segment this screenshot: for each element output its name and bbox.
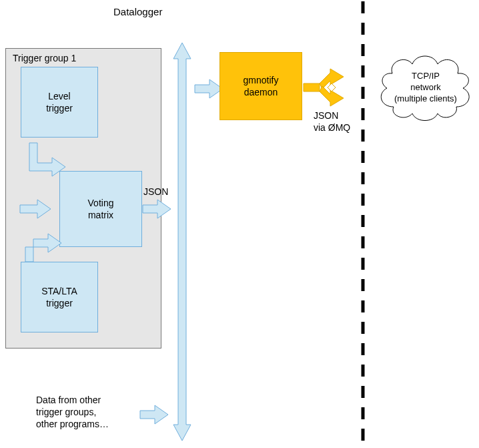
arrow-voting-to-bus-icon <box>143 198 175 221</box>
arrow-into-voting-icon <box>20 198 57 221</box>
trigger-group-title: Trigger group 1 <box>13 53 76 63</box>
level-trigger-box: Level trigger <box>21 67 98 138</box>
network-cloud-label: TCP/IP network (multiple clients) <box>379 71 472 105</box>
stalta-trigger-label: STA/LTA trigger <box>41 285 77 309</box>
json-zmq-label: JSON via ØMQ <box>314 109 350 134</box>
page-title: Datalogger <box>113 5 162 19</box>
arrow-level-to-voting-icon <box>27 140 63 184</box>
arrow-other-to-bus-icon <box>140 404 172 427</box>
voting-matrix-box: Voting matrix <box>59 171 142 247</box>
gmnotify-daemon-label: gmnotify daemon <box>244 74 279 98</box>
fork-arrow-icon <box>304 69 349 107</box>
arrow-stalta-to-voting-icon <box>27 227 63 267</box>
boundary-dashed-line-icon <box>360 1 366 446</box>
vertical-bus-arrow-icon <box>172 43 192 441</box>
stalta-trigger-box: STA/LTA trigger <box>21 262 98 332</box>
other-data-label: Data from other trigger groups, other pr… <box>36 394 109 431</box>
json-label: JSON <box>143 186 168 198</box>
level-trigger-label: Level trigger <box>46 90 73 114</box>
gmnotify-daemon-box: gmnotify daemon <box>219 52 302 120</box>
voting-matrix-label: Voting matrix <box>88 197 114 221</box>
